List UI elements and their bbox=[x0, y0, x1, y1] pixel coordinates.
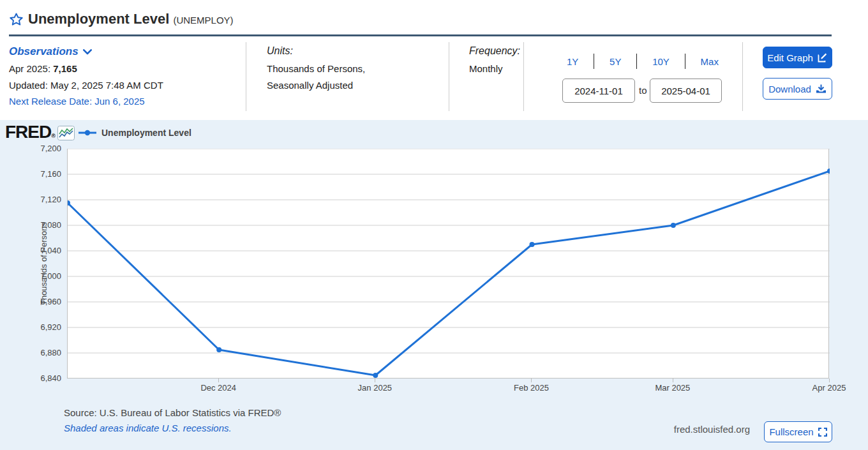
fred-graph: FRED® Unemployment Level Thousands of Pe… bbox=[0, 120, 868, 450]
title-divider bbox=[9, 34, 832, 36]
y-axis-tick-label: 7,040 bbox=[0, 246, 61, 255]
chart-legend[interactable]: Unemployment Level bbox=[79, 128, 191, 138]
range-button-group: 1Y 5Y 10Y Max bbox=[563, 54, 722, 69]
date-to-input[interactable] bbox=[650, 79, 722, 103]
y-axis-tick-label: 6,960 bbox=[0, 297, 61, 306]
x-axis-tick-label: Apr 2025 bbox=[812, 383, 846, 393]
download-button[interactable]: Download bbox=[763, 78, 832, 100]
units-line1: Thousands of Persons, bbox=[267, 63, 365, 74]
y-axis-tick-label: 6,840 bbox=[0, 373, 61, 383]
x-axis-tick-label: Dec 2024 bbox=[200, 383, 236, 393]
series-id: (UNEMPLOY) bbox=[173, 15, 233, 26]
range-10y-button[interactable]: 10Y bbox=[648, 56, 673, 67]
date-from-input[interactable] bbox=[562, 79, 635, 103]
y-axis-tick-label: 7,200 bbox=[0, 144, 61, 153]
y-axis-tick-label: 7,120 bbox=[0, 195, 61, 204]
updated-timestamp: Updated: May 2, 2025 7:48 AM CDT bbox=[9, 80, 163, 91]
frequency-value: Monthly bbox=[469, 63, 503, 74]
legend-line-marker-icon bbox=[79, 130, 96, 136]
fred-logo-registered-mark: ® bbox=[51, 133, 55, 139]
series-title-text: Unemployment Level bbox=[28, 11, 169, 27]
fred-logo: FRED® bbox=[5, 122, 55, 142]
download-icon bbox=[816, 84, 827, 94]
fred-sparkline-icon bbox=[57, 126, 75, 143]
fullscreen-button[interactable]: Fullscreen bbox=[764, 421, 832, 442]
recession-note-link[interactable]: Shaded areas indicate U.S. recessions. bbox=[64, 423, 232, 433]
y-axis-tick-label: 7,160 bbox=[0, 169, 61, 179]
y-axis-tick-label: 7,000 bbox=[0, 271, 61, 281]
line-chart-svg bbox=[68, 149, 830, 379]
units-label: Units: bbox=[267, 45, 293, 57]
x-axis-tick-label: Mar 2025 bbox=[655, 383, 690, 393]
edit-pencil-icon bbox=[818, 52, 828, 63]
latest-observation: Apr 2025: 7,165 bbox=[9, 63, 77, 74]
edit-graph-button[interactable]: Edit Graph bbox=[763, 47, 832, 68]
x-axis-tick-labels: Dec 2024Jan 2025Feb 2025Mar 2025Apr 2025 bbox=[0, 383, 850, 396]
page-title: Unemployment Level (UNEMPLOY) bbox=[28, 11, 234, 27]
range-1y-button[interactable]: 1Y bbox=[563, 56, 582, 67]
chevron-down-icon bbox=[83, 49, 92, 55]
x-axis-tick-label: Feb 2025 bbox=[514, 383, 549, 393]
fred-series-page: Unemployment Level (UNEMPLOY) Observatio… bbox=[0, 0, 868, 450]
latest-observation-date: Apr 2025: bbox=[9, 63, 50, 74]
fullscreen-label: Fullscreen bbox=[769, 426, 813, 437]
site-url: fred.stlouisfed.org bbox=[638, 424, 750, 435]
header-divider-3 bbox=[523, 42, 524, 111]
edit-graph-label: Edit Graph bbox=[767, 52, 813, 63]
x-axis-tick bbox=[829, 379, 830, 382]
plot-area[interactable] bbox=[67, 149, 829, 379]
fullscreen-expand-icon bbox=[818, 428, 827, 437]
fred-logo-text: FRED bbox=[5, 122, 51, 142]
y-axis-tick-label: 6,880 bbox=[0, 348, 61, 357]
x-axis-tick bbox=[218, 379, 219, 382]
header-divider-2 bbox=[449, 42, 449, 111]
x-axis-tick-label: Jan 2025 bbox=[358, 383, 393, 393]
units-line2: Seasonally Adjusted bbox=[267, 80, 353, 91]
frequency-label: Frequency: bbox=[469, 45, 520, 57]
x-axis-tick bbox=[673, 379, 673, 382]
date-range-to-label: to bbox=[639, 85, 647, 96]
range-separator bbox=[685, 54, 685, 69]
range-5y-button[interactable]: 5Y bbox=[606, 56, 625, 67]
source-attribution: Source: U.S. Bureau of Labor Statistics … bbox=[64, 407, 281, 418]
x-axis-tick bbox=[531, 379, 532, 382]
latest-observation-value: 7,165 bbox=[53, 63, 77, 74]
range-separator bbox=[594, 54, 594, 69]
y-axis-title: Thousands of Persons bbox=[39, 222, 49, 305]
range-max-button[interactable]: Max bbox=[697, 56, 722, 67]
favorite-star-icon[interactable] bbox=[9, 12, 24, 29]
observations-label: Observations bbox=[9, 45, 79, 58]
next-release-link[interactable]: Next Release Date: Jun 6, 2025 bbox=[9, 96, 145, 107]
range-separator bbox=[636, 54, 637, 69]
y-axis-tick-label: 7,080 bbox=[0, 220, 61, 230]
observations-dropdown[interactable]: Observations bbox=[9, 45, 92, 58]
x-axis-tick bbox=[375, 379, 375, 382]
header-divider-4 bbox=[742, 42, 743, 111]
header-divider-1 bbox=[246, 42, 246, 111]
download-label: Download bbox=[768, 84, 811, 94]
legend-series-label: Unemployment Level bbox=[101, 128, 191, 138]
y-axis-tick-label: 6,920 bbox=[0, 322, 61, 332]
